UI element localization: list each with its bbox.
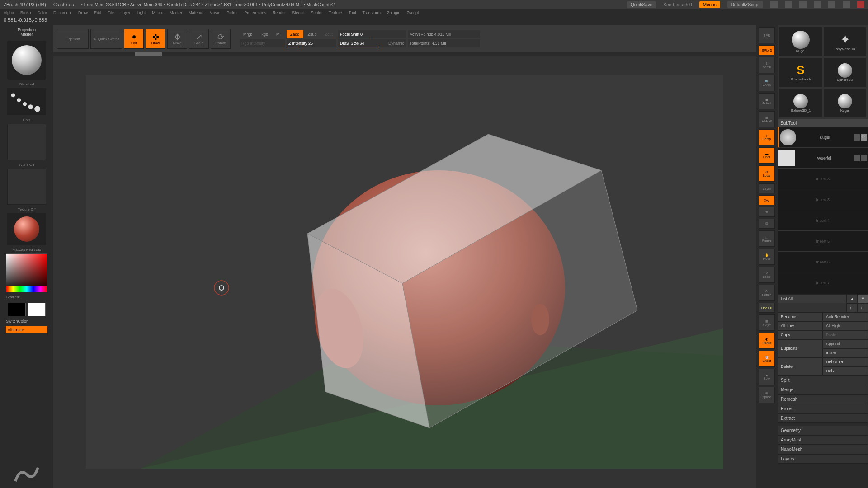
listall-button[interactable]: List All bbox=[778, 294, 846, 303]
menu-light[interactable]: Light bbox=[137, 10, 146, 15]
local-button[interactable]: ⊙Local bbox=[759, 165, 775, 182]
alpha-selector[interactable] bbox=[7, 124, 46, 160]
zsub-button[interactable]: Zsub bbox=[304, 30, 321, 38]
canvas-scrollbar[interactable] bbox=[53, 52, 756, 56]
gradient-label[interactable]: Gradient bbox=[6, 295, 47, 299]
merge-section[interactable]: Merge bbox=[778, 385, 868, 394]
menu-draw[interactable]: Draw bbox=[78, 10, 88, 15]
vis-toggle[interactable] bbox=[854, 134, 860, 141]
ghost-button[interactable]: 👻Ghost bbox=[759, 351, 775, 367]
subtool-empty[interactable]: Insert 6 bbox=[778, 252, 868, 272]
menu-picker[interactable]: Picker bbox=[226, 10, 238, 15]
projection-master-button[interactable]: Projection Master bbox=[13, 25, 40, 39]
subtool-kugel[interactable]: Kugel 👁 bbox=[778, 127, 868, 148]
menu-movie[interactable]: Movie bbox=[209, 10, 220, 15]
close-button[interactable] bbox=[857, 1, 864, 8]
linefill-button[interactable]: Line Fill bbox=[759, 303, 775, 313]
menu-edit[interactable]: Edit bbox=[94, 10, 101, 15]
frame-button[interactable]: ⬚Frame bbox=[759, 230, 775, 247]
lsym-button[interactable]: LSym bbox=[759, 183, 775, 193]
floor-button[interactable]: ▬Floor bbox=[759, 147, 775, 164]
persp-button[interactable]: ◊Persp bbox=[759, 129, 775, 145]
menu-stencil[interactable]: Stencil bbox=[292, 10, 304, 15]
brush-selector[interactable] bbox=[7, 41, 46, 80]
rotate-button[interactable]: ⟳Rotate bbox=[211, 29, 231, 49]
delete-button[interactable]: Delete bbox=[778, 357, 823, 375]
subtool-empty[interactable]: Insert 7 bbox=[778, 272, 868, 293]
center-button[interactable]: ⊕ bbox=[759, 207, 775, 217]
draw-size-slider[interactable]: Draw Size 64Dynamic bbox=[338, 39, 406, 47]
menu-preferences[interactable]: Preferences bbox=[244, 10, 266, 15]
insert-button[interactable]: Insert bbox=[823, 348, 868, 357]
rename-button[interactable]: Rename bbox=[778, 312, 823, 321]
zoom-button[interactable]: 🔍Zoom bbox=[759, 75, 775, 91]
menu-material[interactable]: Material bbox=[189, 10, 203, 15]
z-intensity-slider[interactable]: Z Intensity 25 bbox=[287, 39, 336, 47]
quicksave-button[interactable]: QuickSave bbox=[627, 1, 656, 8]
append-button[interactable]: Append bbox=[823, 339, 868, 348]
eye-icon[interactable] bbox=[861, 155, 867, 161]
minimize-button[interactable] bbox=[828, 1, 835, 8]
nav-scale-button[interactable]: ⤢Scale bbox=[759, 267, 775, 283]
allhigh-button[interactable]: All High bbox=[823, 321, 868, 330]
tool-sphere3d[interactable]: Sphere3D bbox=[824, 58, 866, 87]
tool-kugel[interactable]: Kugel bbox=[779, 27, 822, 56]
eye-icon[interactable]: 👁 bbox=[861, 134, 867, 141]
menu-transform[interactable]: Transform bbox=[362, 10, 381, 15]
menu-texture[interactable]: Texture bbox=[329, 10, 342, 15]
extract-section[interactable]: Extract bbox=[778, 413, 868, 423]
move-button[interactable]: ✥Move bbox=[167, 29, 187, 49]
xpose-button[interactable]: ⊞Xpose bbox=[759, 387, 775, 403]
m-button[interactable]: M bbox=[273, 30, 283, 38]
nav-rotate-button[interactable]: ⟳Rotate bbox=[759, 285, 775, 301]
remesh-section[interactable]: Remesh bbox=[778, 394, 868, 404]
alllow-button[interactable]: All Low bbox=[778, 321, 823, 330]
solo-button[interactable]: ●Solo bbox=[759, 369, 775, 385]
polyf-button[interactable]: ▦PolyF bbox=[759, 314, 775, 331]
fit-button[interactable]: ⊡ bbox=[759, 219, 775, 229]
autoreorder-button[interactable]: AutoReorder bbox=[823, 312, 868, 321]
subtool-header[interactable]: SubTool bbox=[778, 119, 868, 127]
transp-button[interactable]: ◐Transp bbox=[759, 333, 775, 349]
scale-button[interactable]: ⤢Scale bbox=[189, 29, 209, 49]
menu-brush[interactable]: Brush bbox=[20, 10, 31, 15]
default-zscript[interactable]: DefaultZScript bbox=[727, 1, 763, 8]
spix-slider[interactable]: SPix 3 bbox=[759, 45, 775, 55]
menu-stroke[interactable]: Stroke bbox=[311, 10, 322, 15]
tool-sphere3d-1[interactable]: Sphere3D_1 bbox=[779, 89, 822, 117]
scroll-button[interactable]: ⇕Scroll bbox=[759, 57, 775, 73]
vis-toggle[interactable] bbox=[854, 155, 860, 161]
rgb-intensity-slider[interactable]: Rgb Intensity bbox=[240, 39, 285, 47]
win-btn-1[interactable] bbox=[770, 1, 778, 8]
stroke-selector[interactable] bbox=[7, 88, 46, 115]
menu-tool[interactable]: Tool bbox=[349, 10, 356, 15]
win-btn-3[interactable] bbox=[799, 1, 807, 8]
menu-color[interactable]: Color bbox=[38, 10, 47, 15]
focal-shift-slider[interactable]: Focal Shift 0 bbox=[338, 30, 406, 38]
xyz-button[interactable]: Xyz bbox=[759, 195, 775, 205]
menu-layer[interactable]: Layer bbox=[120, 10, 131, 15]
copy-button[interactable]: Copy bbox=[778, 330, 823, 339]
tool-simplebrush[interactable]: SSimpleBrush bbox=[779, 58, 822, 87]
menu-file[interactable]: File bbox=[108, 10, 114, 15]
split-section[interactable]: Split bbox=[778, 375, 868, 385]
tool-kugel-2[interactable]: Kugel bbox=[824, 89, 866, 117]
rgb-button[interactable]: Rgb bbox=[257, 30, 272, 38]
mrgb-button[interactable]: Mrgb bbox=[240, 30, 256, 38]
move-down-icon[interactable]: ↓ bbox=[857, 303, 868, 312]
switchcolor-button[interactable]: SwitchColor bbox=[6, 318, 47, 324]
seethrough-slider[interactable]: See-through 0 bbox=[663, 2, 692, 7]
zadd-button[interactable]: Zadd bbox=[287, 30, 303, 38]
win-btn-2[interactable] bbox=[785, 1, 792, 8]
nanomesh-section[interactable]: NanoMesh bbox=[778, 445, 868, 454]
delall-button[interactable]: Del All bbox=[823, 366, 868, 375]
move-up-icon[interactable]: ↑ bbox=[846, 303, 857, 312]
actual-button[interactable]: ▣Actual bbox=[759, 93, 775, 109]
menu-alpha[interactable]: Alpha bbox=[4, 10, 14, 15]
quicksketch-button[interactable]: ✎Quick Sketch bbox=[90, 29, 122, 49]
aahalf-button[interactable]: ▦AAHalf bbox=[759, 111, 775, 127]
menu-render[interactable]: Render bbox=[273, 10, 286, 15]
lightbox-button[interactable]: LightBox bbox=[57, 29, 89, 49]
paste-button[interactable]: Paste bbox=[823, 330, 868, 339]
menu-marker[interactable]: Marker bbox=[170, 10, 182, 15]
